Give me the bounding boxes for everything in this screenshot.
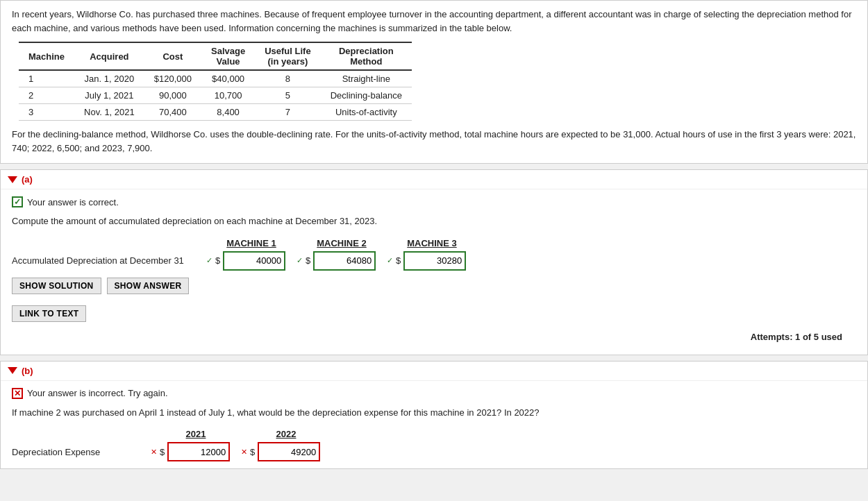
year2022-input-group: ✕ $ bbox=[241, 442, 331, 461]
intro-text: In recent years, Wildhorse Co. has purch… bbox=[12, 8, 856, 35]
year-answer-headers: 2021 2022 bbox=[151, 429, 856, 439]
dollar-2022: $ bbox=[250, 447, 255, 457]
machine2-header: MACHINE 2 bbox=[297, 238, 387, 248]
acc-dep-label: Accumulated Depreciation at December 31 bbox=[12, 255, 206, 266]
table-row: 3Nov. 1, 202170,4008,4007Units-of-activi… bbox=[19, 104, 412, 121]
machine1-header: MACHINE 1 bbox=[206, 238, 297, 248]
col-salvage: SalvageValue bbox=[201, 42, 255, 70]
machine3-input-group: ✓ $ bbox=[387, 251, 477, 271]
attempts-text: Attempts: 1 of 5 used bbox=[12, 326, 856, 348]
machine2-input[interactable] bbox=[313, 251, 376, 271]
col-cost: Cost bbox=[144, 42, 201, 70]
machine2-input-group: ✓ $ bbox=[297, 251, 387, 271]
dollar-2021: $ bbox=[160, 447, 165, 457]
check-m3: ✓ bbox=[387, 256, 393, 265]
machine1-input[interactable] bbox=[223, 251, 285, 271]
check-m1: ✓ bbox=[206, 256, 212, 265]
col-depreciation: DepreciationMethod bbox=[321, 42, 412, 70]
dollar-m2: $ bbox=[306, 255, 310, 266]
link-to-text-button[interactable]: LINK TO TEXT bbox=[12, 305, 86, 322]
correct-text: Your answer is correct. bbox=[27, 197, 119, 207]
show-answer-button[interactable]: SHOW ANSWER bbox=[107, 278, 190, 294]
col-useful-life: Useful Life(in years) bbox=[255, 42, 320, 70]
show-solution-button[interactable]: SHOW SOLUTION bbox=[12, 278, 101, 294]
machine-answer-row: Accumulated Depreciation at December 31 … bbox=[12, 251, 856, 271]
year2021-input-group: ✕ $ bbox=[151, 442, 241, 461]
incorrect-badge: ✕ Your answer is incorrect. Try again. bbox=[12, 388, 856, 399]
part-a-header: (a) bbox=[1, 170, 867, 189]
triangle-icon-a bbox=[8, 176, 17, 183]
year-answer-row: Depreciation Expense ✕ $ ✕ $ bbox=[12, 442, 856, 461]
machine1-input-group: ✓ $ bbox=[206, 251, 297, 271]
table-row: 1Jan. 1, 2020$120,000$40,0008Straight-li… bbox=[19, 70, 412, 87]
incorrect-text: Your answer is incorrect. Try again. bbox=[27, 388, 168, 398]
x-icon: ✕ bbox=[12, 388, 23, 399]
col-acquired: Acquired bbox=[74, 42, 144, 70]
year2021-input[interactable] bbox=[167, 442, 230, 461]
col-machine: Machine bbox=[19, 42, 74, 70]
dollar-m3: $ bbox=[396, 255, 401, 266]
year2022-header: 2022 bbox=[241, 429, 331, 439]
triangle-icon-b bbox=[8, 367, 17, 374]
table-row: 2July 1, 202190,00010,7005Declining-bala… bbox=[19, 87, 412, 104]
check-m2: ✓ bbox=[297, 256, 303, 265]
correct-badge: ✓ Your answer is correct. bbox=[12, 196, 856, 207]
part-b-label: (b) bbox=[22, 366, 33, 376]
dollar-m1: $ bbox=[215, 255, 220, 266]
dep-exp-label: Depreciation Expense bbox=[12, 447, 151, 457]
machine-answer-headers: MACHINE 1 MACHINE 2 MACHINE 3 bbox=[206, 238, 856, 248]
part-b-question: If machine 2 was purchased on April 1 in… bbox=[12, 406, 856, 420]
part-a-link-row: LINK TO TEXT bbox=[12, 305, 856, 326]
machine3-input[interactable] bbox=[403, 251, 466, 271]
bottom-note: For the declining-balance method, Wildho… bbox=[12, 128, 856, 155]
machine3-header: MACHINE 3 bbox=[387, 238, 477, 248]
part-b-header: (b) bbox=[1, 362, 867, 381]
year2021-header: 2021 bbox=[151, 429, 241, 439]
part-b-section: (b) ✕ Your answer is incorrect. Try agai… bbox=[0, 361, 868, 470]
check-icon: ✓ bbox=[12, 196, 23, 207]
part-a-section: (a) ✓ Your answer is correct. Compute th… bbox=[0, 169, 868, 355]
part-a-label: (a) bbox=[22, 174, 33, 185]
x-2021: ✕ bbox=[151, 448, 157, 457]
year2022-input[interactable] bbox=[258, 442, 320, 461]
machine-data-table: Machine Acquired Cost SalvageValue Usefu… bbox=[19, 42, 412, 121]
x-2022: ✕ bbox=[241, 448, 247, 457]
part-a-buttons: SHOW SOLUTION SHOW ANSWER bbox=[12, 278, 856, 298]
part-a-question: Compute the amount of accumulated deprec… bbox=[12, 214, 856, 228]
